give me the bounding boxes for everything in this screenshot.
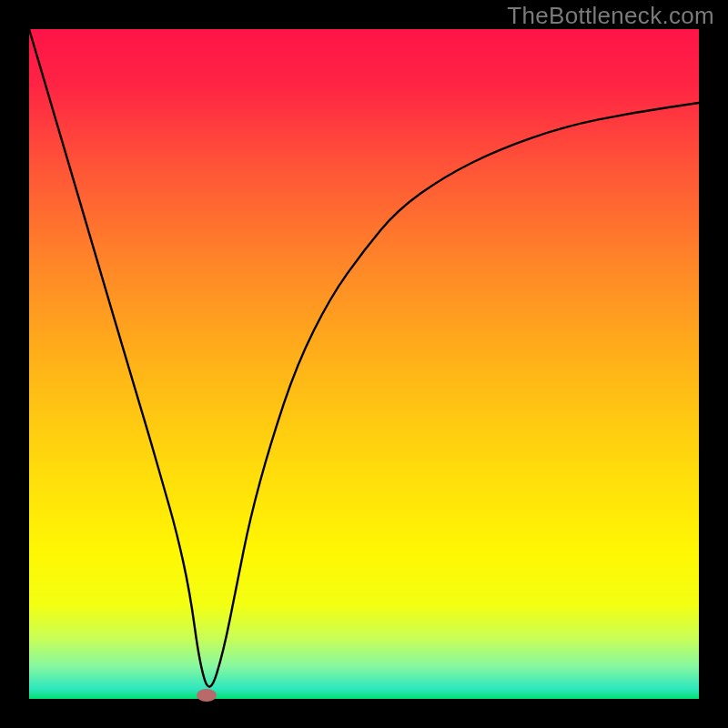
bottleneck-curve — [29, 29, 699, 699]
indicator-marker — [197, 689, 217, 702]
chart-frame: TheBottleneck.com — [0, 0, 728, 728]
watermark-text: TheBottleneck.com — [507, 2, 714, 30]
